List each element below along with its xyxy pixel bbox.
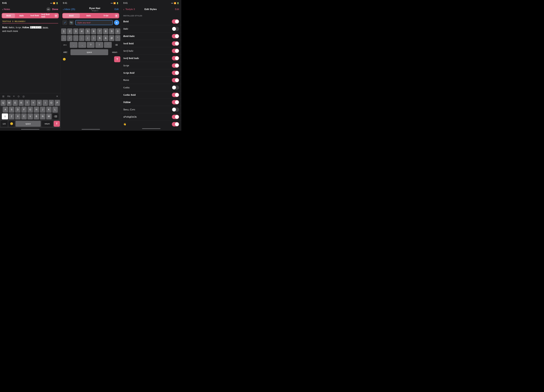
key-t[interactable]: T — [24, 100, 30, 106]
email-return-key[interactable]: return — [109, 49, 120, 55]
key-c[interactable]: C — [21, 113, 27, 119]
toggle-script-bold[interactable] — [172, 71, 179, 75]
key-ampersand[interactable]: & — [103, 35, 108, 41]
key-q[interactable]: Q — [0, 100, 6, 106]
key-b[interactable]: B — [34, 113, 39, 119]
key-slash[interactable]: / — [67, 35, 72, 41]
toggle-script[interactable] — [172, 63, 179, 68]
key-l[interactable]: L — [52, 107, 58, 113]
notes-back-button[interactable]: ‹ Notes — [2, 8, 10, 11]
email-bold-button[interactable]: Bold — [63, 14, 80, 18]
email-textyle-key[interactable]: T — [114, 56, 120, 62]
email-italic-button[interactable]: Italic — [80, 14, 97, 18]
key-at[interactable]: @ — [109, 35, 114, 41]
camera-kb-icon[interactable]: ⊙ — [18, 95, 20, 98]
key-hash[interactable]: #+= — [61, 42, 69, 48]
key-x[interactable]: X — [15, 113, 20, 119]
email-edit-button[interactable]: Edit — [115, 8, 119, 11]
key-h[interactable]: H — [34, 107, 39, 113]
bold-style-button[interactable]: Bold — [2, 14, 15, 18]
key-question[interactable]: ? — [87, 42, 95, 48]
email-toolbar-more-button[interactable]: ▶ — [115, 14, 119, 18]
key-dollar[interactable]: $ — [97, 35, 102, 41]
toggle-italic[interactable] — [172, 27, 179, 31]
email-camera-button[interactable]: 📷 — [69, 20, 74, 25]
email-send-button[interactable]: ▲ — [114, 20, 119, 25]
key-9[interactable]: 9 — [109, 28, 114, 34]
key-a[interactable]: A — [3, 107, 8, 113]
toggle-mono[interactable] — [172, 78, 179, 82]
key-dash[interactable]: - — [61, 35, 66, 41]
toggle-gothic[interactable] — [172, 85, 179, 90]
key-semicolon[interactable]: ; — [79, 35, 84, 41]
emoji-key[interactable]: 😊 — [8, 121, 15, 127]
email-delete-key[interactable]: ⌫ — [112, 42, 120, 48]
key-comma[interactable]: , — [78, 42, 86, 48]
toggle-serif-bold-italic[interactable] — [172, 56, 179, 60]
text-format-icon[interactable]: Aa — [7, 95, 10, 98]
key-f[interactable]: F — [21, 107, 27, 113]
return-key[interactable]: return — [41, 121, 53, 127]
key-8[interactable]: 8 — [103, 28, 108, 34]
toggle-serif-italic[interactable] — [172, 49, 179, 53]
key-1[interactable]: 1 — [61, 28, 66, 34]
key-lparen[interactable]: ( — [85, 35, 90, 41]
key-i[interactable]: I — [43, 100, 48, 106]
serif-bold-italic-style-button[interactable]: Serif Bold Italic — [41, 14, 54, 18]
key-v[interactable]: V — [28, 113, 33, 119]
key-k[interactable]: K — [46, 107, 52, 113]
delete-key[interactable]: ⌫ — [52, 113, 59, 119]
email-text-field[interactable]: Style any text! — [75, 20, 113, 25]
key-w[interactable]: W — [7, 100, 12, 106]
toggle-sponge[interactable] — [172, 115, 179, 119]
list-icon[interactable]: ≡ — [13, 95, 15, 98]
key-o[interactable]: O — [49, 100, 54, 106]
key-s[interactable]: S — [9, 107, 14, 113]
key-7[interactable]: 7 — [97, 28, 102, 34]
toggle-hollow[interactable] — [172, 100, 179, 104]
notes-ellipsis-button[interactable]: ••• — [46, 7, 51, 12]
styles-back-button[interactable]: Textyle 3 — [125, 8, 135, 11]
key-period[interactable]: . — [70, 42, 78, 48]
key-z[interactable]: Z — [9, 113, 14, 119]
email-space-key[interactable]: space — [71, 49, 108, 55]
email-expand-button[interactable]: ⤢ — [62, 20, 67, 25]
key-u[interactable]: U — [37, 100, 42, 106]
notes-done-button[interactable]: Done — [52, 8, 58, 11]
key-quote[interactable]: " — [115, 35, 120, 41]
email-script-button[interactable]: Script — [97, 14, 114, 18]
key-rparen[interactable]: ) — [91, 35, 96, 41]
key-d[interactable]: D — [15, 107, 20, 113]
toggle-bold-italic[interactable] — [172, 34, 179, 38]
textyle-key[interactable]: T — [54, 121, 60, 127]
key-5[interactable]: 5 — [85, 28, 90, 34]
key-e[interactable]: E — [12, 100, 18, 106]
space-key[interactable]: space — [16, 121, 41, 127]
toggle-small-caps[interactable] — [172, 107, 179, 112]
key-j[interactable]: J — [40, 107, 45, 113]
serif-bold-style-button[interactable]: Serif Bold — [28, 14, 41, 18]
key-r[interactable]: R — [19, 100, 24, 106]
numbers-key[interactable]: 123 — [0, 121, 8, 127]
grid-icon[interactable]: ⊞ — [2, 95, 4, 98]
email-abc-key[interactable]: ABC — [61, 49, 70, 55]
key-apostrophe[interactable]: ' — [104, 42, 112, 48]
key-4[interactable]: 4 — [79, 28, 84, 34]
key-2[interactable]: 2 — [67, 28, 72, 34]
toggle-serif-bold[interactable] — [172, 41, 179, 46]
key-p[interactable]: P — [55, 100, 60, 106]
toggle-bold[interactable] — [172, 19, 179, 24]
key-n[interactable]: N — [40, 113, 45, 119]
key-3[interactable]: 3 — [73, 28, 78, 34]
key-0[interactable]: 0 — [115, 28, 120, 34]
italic-style-button[interactable]: Italic — [15, 14, 28, 18]
toolbar-more-button[interactable]: ▶ — [54, 14, 58, 18]
key-g[interactable]: G — [28, 107, 33, 113]
toggle-wave[interactable] — [172, 122, 179, 127]
key-m[interactable]: M — [46, 113, 52, 119]
inbox-back-button[interactable]: ‹ Inbox (25) — [63, 8, 75, 11]
shift-key[interactable]: ⇧ — [2, 113, 8, 119]
key-6[interactable]: 6 — [91, 28, 96, 34]
styles-edit-button[interactable]: Edit — [175, 8, 179, 11]
key-exclaim[interactable]: ! — [95, 42, 103, 48]
